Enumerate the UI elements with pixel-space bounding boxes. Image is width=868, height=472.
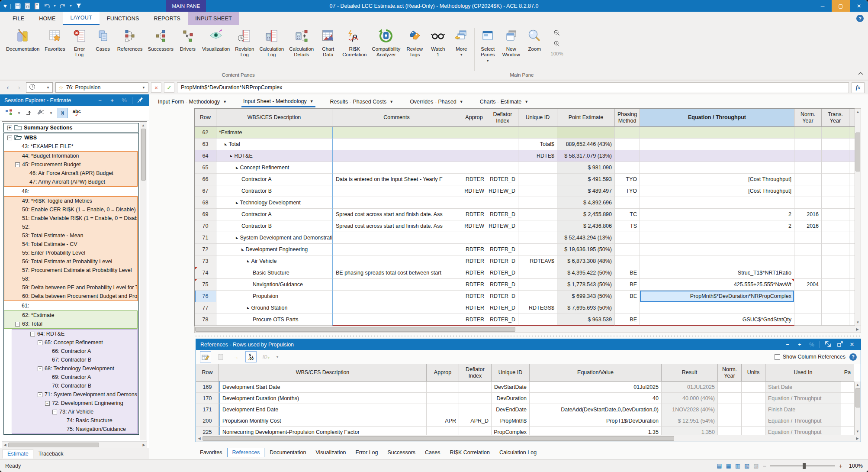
cell-comments[interactable]	[332, 197, 461, 209]
cell-phasing[interactable]	[615, 150, 640, 162]
cell-equation[interactable]: PropMnth$*DevDuration*NRPropComplex	[640, 291, 794, 302]
cell-approp[interactable]: RDTER	[461, 255, 487, 267]
org-tree-icon[interactable]	[5, 109, 13, 117]
chevron-down-icon[interactable]: ▼	[17, 111, 21, 115]
tree-item[interactable]: 48:	[4, 187, 138, 196]
cell-comments[interactable]	[332, 232, 461, 244]
tree-item[interactable]: 62: *Estimate	[4, 311, 137, 320]
ref-column-header-approp[interactable]: Approp	[427, 364, 459, 381]
cell-trans_year[interactable]	[822, 139, 849, 150]
bottom-tab-references[interactable]: References	[227, 448, 264, 457]
cell-deflator[interactable]: RDTEW_D	[487, 220, 518, 232]
scrollbar-thumb[interactable]	[8, 443, 99, 447]
cell-pe[interactable]: $ 963.539	[557, 314, 615, 326]
scrollbar-thumb[interactable]	[195, 327, 515, 332]
promote-arrow-icon[interactable]	[26, 110, 32, 117]
column-header-trans_year[interactable]: Trans. Year	[822, 109, 849, 127]
cell-equation[interactable]	[640, 232, 794, 244]
cell-norm_year[interactable]	[794, 139, 822, 150]
cell-desc[interactable]: Propulsion	[216, 291, 332, 302]
zoom-in-icon[interactable]: +	[839, 462, 842, 469]
cell-comments[interactable]	[332, 244, 461, 255]
cell-trans_year[interactable]	[822, 314, 849, 326]
cell-trans_year[interactable]	[822, 174, 849, 185]
cell-deflator[interactable]	[487, 162, 518, 174]
ref-cell-used_in[interactable]: Finish Date	[765, 404, 841, 415]
cell-trans_year[interactable]	[822, 255, 849, 267]
close-pane-icon[interactable]: ✕	[848, 341, 856, 348]
ref-cell-equation[interactable]: 01Jul2025	[530, 381, 662, 393]
ref-cell-units[interactable]	[742, 393, 765, 404]
ref-cell-approp[interactable]	[427, 427, 459, 435]
cell-trans_year[interactable]	[822, 150, 849, 162]
cell-approp[interactable]: RDTER	[461, 291, 487, 302]
cell-uid[interactable]	[518, 197, 557, 209]
cell-comments[interactable]: Data is entered on the Input Sheet - Yea…	[332, 174, 461, 185]
redo-icon[interactable]	[59, 3, 66, 9]
cell-desc[interactable]: ◣Development Engineering	[216, 244, 332, 255]
bottom-tab-calculation-log[interactable]: Calculation Log	[495, 448, 541, 457]
cell-deflator[interactable]: RDTEW_D	[487, 185, 518, 197]
undo-dropdown-icon[interactable]: ▼	[53, 4, 56, 7]
cancel-edit-button[interactable]: ×	[151, 82, 161, 93]
ref-cell-row[interactable]: 225	[196, 427, 219, 435]
cell-approp[interactable]	[461, 139, 487, 150]
row-selector-dropdown[interactable]: ☆ 76: Propulsion ▼	[55, 82, 148, 93]
tree-item[interactable]: −65: Concept Refinement	[12, 338, 137, 347]
cell-row[interactable]: 73	[195, 255, 216, 267]
cell-desc[interactable]: Procure OTS Parts	[216, 314, 332, 326]
tree-item[interactable]: 56: Total Estimate at Probability Level	[4, 257, 137, 266]
ref-cell-used_in[interactable]: Start Date	[765, 381, 841, 393]
edit-icon[interactable]	[200, 351, 211, 362]
tree-item[interactable]: −WBS	[4, 133, 138, 142]
tree-item[interactable]: −68: Technology Development	[12, 364, 137, 373]
cell-uid[interactable]: RDTE$	[518, 150, 557, 162]
ribbon-collapse-icon[interactable]	[858, 71, 864, 77]
tree-expander-minus-icon[interactable]: −	[15, 162, 20, 167]
cell-deflator[interactable]: RDTER_D	[487, 255, 518, 267]
cell-approp[interactable]: RDTEW	[461, 185, 487, 197]
zoom-slider[interactable]	[770, 463, 835, 469]
cell-comments[interactable]: Spread cost across start and finish date…	[332, 220, 461, 232]
ref-cell-row[interactable]: 170	[196, 393, 219, 404]
ref-cell-uid[interactable]: PropMnth$	[492, 415, 530, 427]
tree-item[interactable]: −45: Procurement Budget	[4, 160, 137, 169]
cell-equation[interactable]: [Cost Throughput]	[640, 174, 794, 185]
cell-desc[interactable]: Contractor B	[216, 220, 332, 232]
cell-approp[interactable]	[461, 162, 487, 174]
ref-cell-uid[interactable]: PropComplex	[492, 427, 530, 435]
cell-approp[interactable]	[461, 127, 487, 139]
column-header-comments[interactable]: Comments	[332, 109, 461, 127]
ref-cell-pa[interactable]	[841, 427, 854, 435]
scroll-left-icon[interactable]: ◀	[196, 435, 203, 442]
cell-phasing[interactable]	[615, 232, 640, 244]
cell-equation[interactable]	[640, 162, 794, 174]
cell-equation[interactable]	[640, 255, 794, 267]
cell-desc[interactable]: ◣System Development and Demonstration	[216, 232, 332, 244]
grid-vertical-scrollbar[interactable]: ▲ ▼	[855, 108, 861, 326]
cell-equation[interactable]	[640, 150, 794, 162]
cell-row[interactable]: 78	[195, 314, 216, 326]
ribbon-button-drivers[interactable]: Drivers	[176, 26, 199, 53]
tree-expander-minus-icon[interactable]: −	[38, 340, 42, 345]
cell-approp[interactable]: RDTER	[461, 209, 487, 220]
cell-approp[interactable]: RDTER	[461, 279, 487, 291]
tree-item[interactable]: 43: *EXAMPLE FILE*	[4, 142, 138, 151]
ref-cell-approp[interactable]	[427, 393, 459, 404]
tree-item[interactable]: 75: Navigation/Guidance	[12, 425, 137, 433]
ribbon-tab-functions[interactable]: FUNCTIONS	[100, 12, 147, 25]
cell-trans_year[interactable]	[822, 127, 849, 139]
ref-cell-desc[interactable]: Propulsion Monthly Cost	[219, 415, 427, 427]
cell-phasing[interactable]: BE	[615, 267, 640, 279]
ribbon-button-zoom[interactable]: Zoom	[523, 26, 546, 53]
tree-item[interactable]: +Summary Sections	[4, 123, 138, 132]
cell-norm_year[interactable]	[794, 291, 822, 302]
cell-norm_year[interactable]: 2004	[794, 279, 822, 291]
cell-desc[interactable]: ◣Total	[216, 139, 332, 150]
cell-trans_year[interactable]	[822, 267, 849, 279]
column-header-approp[interactable]: Approp	[461, 109, 487, 127]
cell-deflator[interactable]	[487, 197, 518, 209]
scroll-up-icon[interactable]: ▲	[855, 109, 861, 115]
history-dropdown[interactable]: ▼	[26, 82, 53, 93]
tree-expander-minus-icon[interactable]: −	[45, 401, 50, 406]
